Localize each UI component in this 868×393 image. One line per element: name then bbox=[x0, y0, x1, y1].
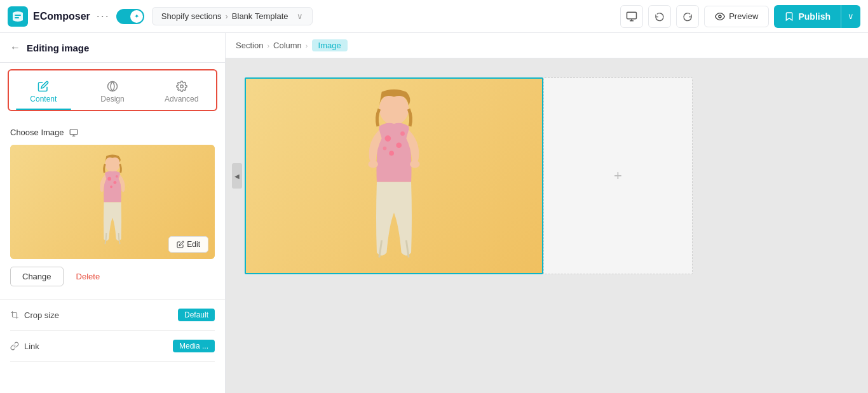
crumb-section[interactable]: Section bbox=[236, 41, 263, 50]
canvas-area: Section › Column › Image ◀ bbox=[226, 33, 868, 393]
left-panel: ← Editing image Content Desi bbox=[0, 33, 226, 393]
change-button[interactable]: Change bbox=[10, 267, 64, 286]
tabs-row: Content Design Advanced bbox=[9, 70, 216, 110]
svg-point-8 bbox=[107, 177, 111, 180]
crop-size-label: Crop size bbox=[24, 310, 59, 320]
top-bar-right: Preview Publish ∨ bbox=[620, 5, 860, 28]
top-bar: EComposer ··· ✦ Shopify sections › Blank… bbox=[0, 0, 868, 33]
publish-button[interactable]: Publish ∨ bbox=[774, 5, 860, 28]
logo-text: EComposer bbox=[33, 11, 90, 22]
svg-point-2 bbox=[719, 15, 721, 18]
svg-point-4 bbox=[180, 85, 183, 88]
crumb-arrow-2: › bbox=[306, 42, 308, 50]
svg-point-15 bbox=[396, 142, 402, 148]
undo-button[interactable] bbox=[648, 5, 671, 28]
link-value: Media ... bbox=[173, 340, 215, 352]
svg-point-13 bbox=[379, 93, 409, 125]
crumb-image[interactable]: Image bbox=[312, 39, 348, 51]
crop-size-row: Crop size Default bbox=[10, 300, 215, 331]
tab-design[interactable]: Design bbox=[78, 76, 147, 110]
svg-point-9 bbox=[113, 181, 116, 184]
tab-content[interactable]: Content bbox=[9, 76, 78, 110]
crop-size-label-group: Crop size bbox=[10, 310, 59, 320]
edit-icon bbox=[177, 241, 184, 248]
crumb-column[interactable]: Column bbox=[273, 41, 302, 50]
person-thumbnail bbox=[87, 153, 138, 251]
main-content: ← Editing image Content Desi bbox=[0, 33, 868, 393]
collapse-handle[interactable]: ◀ bbox=[232, 163, 242, 189]
crop-size-value: Default bbox=[178, 309, 215, 321]
panel-header: ← Editing image bbox=[0, 33, 225, 63]
panel-body: Choose Image bbox=[0, 117, 225, 393]
canvas-breadcrumb: Section › Column › Image bbox=[226, 33, 868, 58]
crop-icon bbox=[10, 310, 19, 319]
canvas-viewport: ◀ bbox=[226, 58, 868, 393]
svg-point-19 bbox=[368, 161, 377, 168]
action-row: Change Delete bbox=[10, 267, 215, 286]
menu-dots[interactable]: ··· bbox=[97, 10, 110, 23]
publish-label: Publish bbox=[798, 11, 831, 22]
logo-area: EComposer bbox=[8, 6, 90, 27]
preview-label: Preview bbox=[729, 11, 758, 21]
bookmark-icon bbox=[784, 11, 794, 22]
choose-image-text: Choose Image bbox=[10, 128, 64, 137]
svg-point-14 bbox=[385, 135, 391, 142]
logo-icon bbox=[8, 6, 28, 27]
link-label-group: Link bbox=[10, 342, 39, 351]
preview-button[interactable]: Preview bbox=[704, 6, 769, 27]
svg-rect-1 bbox=[627, 12, 637, 19]
desktop-view-button[interactable] bbox=[620, 5, 643, 28]
edit-btn-label: Edit bbox=[187, 240, 200, 249]
edit-button[interactable]: Edit bbox=[168, 236, 208, 253]
undo-icon bbox=[654, 11, 665, 22]
design-icon bbox=[107, 81, 118, 92]
tab-content-label: Content bbox=[30, 95, 57, 103]
breadcrumb-arrow-icon: › bbox=[225, 11, 227, 21]
svg-point-16 bbox=[389, 150, 394, 156]
svg-point-10 bbox=[110, 185, 112, 188]
tab-advanced-label: Advanced bbox=[165, 95, 198, 103]
empty-block[interactable]: + bbox=[543, 77, 693, 274]
crumb-arrow-1: › bbox=[267, 42, 269, 50]
back-button[interactable]: ← bbox=[10, 42, 20, 53]
image-preview-bg: Edit bbox=[10, 145, 215, 259]
canvas-person bbox=[330, 87, 458, 265]
eye-icon bbox=[715, 11, 725, 22]
monitor-icon bbox=[69, 128, 78, 137]
breadcrumb-chevron-icon: ∨ bbox=[297, 11, 303, 21]
svg-point-20 bbox=[410, 161, 419, 168]
canvas-inner: ◀ bbox=[245, 77, 693, 274]
pencil-icon bbox=[37, 81, 49, 92]
toggle-switch[interactable]: ✦ bbox=[116, 9, 144, 24]
tabs-container: Content Design Advanced bbox=[8, 69, 217, 111]
desktop-icon bbox=[626, 11, 637, 22]
panel-title: Editing image bbox=[27, 43, 89, 53]
toggle-knob: ✦ bbox=[130, 10, 143, 23]
svg-point-7 bbox=[105, 156, 119, 171]
svg-point-17 bbox=[400, 131, 405, 136]
add-column-icon: + bbox=[614, 168, 622, 184]
delete-button[interactable]: Delete bbox=[70, 267, 107, 286]
breadcrumb-nav[interactable]: Shopify sections › Blank Template ∨ bbox=[152, 7, 313, 25]
breadcrumb-right: Blank Template bbox=[232, 11, 288, 21]
link-icon bbox=[10, 342, 19, 350]
redo-button[interactable] bbox=[676, 5, 699, 28]
image-preview-container: Edit bbox=[10, 145, 215, 259]
publish-main: Publish bbox=[774, 6, 841, 27]
image-block[interactable] bbox=[245, 77, 543, 274]
redo-icon bbox=[682, 11, 693, 22]
link-label: Link bbox=[24, 342, 39, 351]
top-bar-left: EComposer ··· ✦ bbox=[8, 6, 144, 27]
breadcrumb-left: Shopify sections bbox=[161, 11, 222, 21]
link-row: Link Media ... bbox=[10, 331, 215, 362]
svg-point-11 bbox=[116, 175, 118, 177]
publish-chevron-icon[interactable]: ∨ bbox=[841, 5, 860, 28]
tab-design-label: Design bbox=[100, 95, 124, 103]
choose-image-label: Choose Image bbox=[10, 128, 215, 137]
gear-icon bbox=[176, 81, 187, 92]
svg-point-3 bbox=[108, 82, 118, 91]
toggle-star-icon: ✦ bbox=[134, 13, 139, 20]
svg-rect-5 bbox=[70, 129, 78, 134]
tab-advanced[interactable]: Advanced bbox=[147, 76, 216, 110]
svg-point-18 bbox=[383, 147, 387, 150]
